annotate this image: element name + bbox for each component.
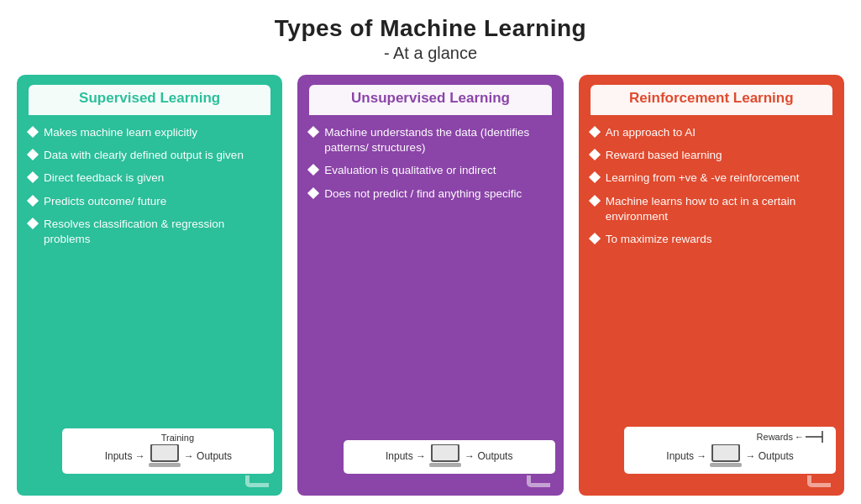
svg-rect-0 <box>151 444 178 461</box>
unsupervised-diagram: Inputs → → Outputs <box>344 440 555 474</box>
unsupervised-body: Unsupervised Learning Machine understand… <box>297 75 563 435</box>
rewards-arrow-icon <box>806 431 824 443</box>
diamond-icon <box>27 149 39 160</box>
diamond-icon <box>589 149 601 160</box>
list-item: Predicts outcome/ future <box>29 194 270 209</box>
reinforcement-diagram: Rewards ← Inputs → <box>624 427 836 474</box>
supervised-flow: Inputs → → Outputs <box>105 444 232 468</box>
list-item: Machine learns how to act in a certain e… <box>591 194 832 224</box>
hook-bracket-line <box>245 475 269 487</box>
list-item: An approach to AI <box>591 125 832 140</box>
svg-rect-1 <box>149 463 181 467</box>
reinforcement-header: Reinforcement Learning <box>591 85 832 117</box>
list-item: Machine understands the data (Identifies… <box>309 125 551 155</box>
supervised-body: Supervised Learning Makes machine learn … <box>17 75 282 423</box>
supervised-bullets: Makes machine learn explicitly Data with… <box>29 125 270 415</box>
unsupervised-bullets: Machine understands the data (Identifies… <box>309 125 551 427</box>
rewards-label: Rewards ← <box>757 431 824 443</box>
diamond-icon <box>307 164 319 176</box>
svg-rect-7 <box>710 463 742 467</box>
diamond-icon <box>589 126 601 138</box>
hook-bracket-line <box>527 475 550 487</box>
unsupervised-footer: Inputs → → Outputs <box>297 435 563 496</box>
list-item: Evaluation is qualitative or indirect <box>309 163 551 178</box>
laptop-icon <box>149 444 181 468</box>
list-item: Makes machine learn explicitly <box>29 125 270 140</box>
unsupervised-header: Unsupervised Learning <box>309 85 551 117</box>
diamond-icon <box>589 233 601 244</box>
page-subtitle: - At a glance <box>384 44 477 63</box>
diamond-icon <box>589 171 601 183</box>
list-item: Reward based learning <box>591 148 832 163</box>
supervised-header: Supervised Learning <box>29 85 270 117</box>
card-supervised: Supervised Learning Makes machine learn … <box>17 75 282 496</box>
supervised-footer: Training Inputs → → Outputs <box>17 423 282 496</box>
page-title: Types of Machine Learning <box>275 15 586 42</box>
hook-decoration <box>587 475 836 489</box>
svg-rect-3 <box>429 463 461 467</box>
unsupervised-flow: Inputs → → Outputs <box>386 444 512 468</box>
reinforcement-flow: Inputs → → Outputs <box>666 444 793 468</box>
svg-rect-2 <box>432 444 459 461</box>
list-item: Does not predict / find anything specifi… <box>309 186 551 202</box>
list-item: Data with clearly defined output is give… <box>29 148 270 163</box>
svg-rect-6 <box>712 444 739 461</box>
list-item: Direct feedback is given <box>29 171 270 186</box>
diamond-icon <box>27 218 39 229</box>
supervised-diagram: Training Inputs → → Outputs <box>62 428 274 474</box>
diamond-icon <box>27 195 39 207</box>
laptop-icon <box>710 444 742 468</box>
hook-bracket-line <box>807 475 831 487</box>
diamond-icon <box>307 126 319 138</box>
reinforcement-body: Reinforcement Learning An approach to AI… <box>579 75 844 422</box>
diamond-icon <box>27 126 39 138</box>
reinforcement-bullets: An approach to AI Reward based learning … <box>591 125 832 413</box>
cards-row: Supervised Learning Makes machine learn … <box>17 75 844 496</box>
page: Types of Machine Learning - At a glance … <box>0 0 861 504</box>
hook-decoration <box>306 475 554 489</box>
diamond-icon <box>27 171 39 183</box>
reinforcement-footer: Rewards ← Inputs → <box>579 422 844 496</box>
card-reinforcement: Reinforcement Learning An approach to AI… <box>579 75 844 496</box>
diamond-icon <box>307 187 319 199</box>
hook-decoration <box>25 475 274 489</box>
list-item: Resolves classification & regression pro… <box>29 217 270 247</box>
training-label: Training <box>161 433 194 443</box>
list-item: To maximize rewards <box>591 232 832 247</box>
diamond-icon <box>589 195 601 207</box>
list-item: Learning from +ve & -ve reinforcement <box>591 171 832 186</box>
card-unsupervised: Unsupervised Learning Machine understand… <box>297 75 563 496</box>
laptop-icon <box>429 444 461 468</box>
